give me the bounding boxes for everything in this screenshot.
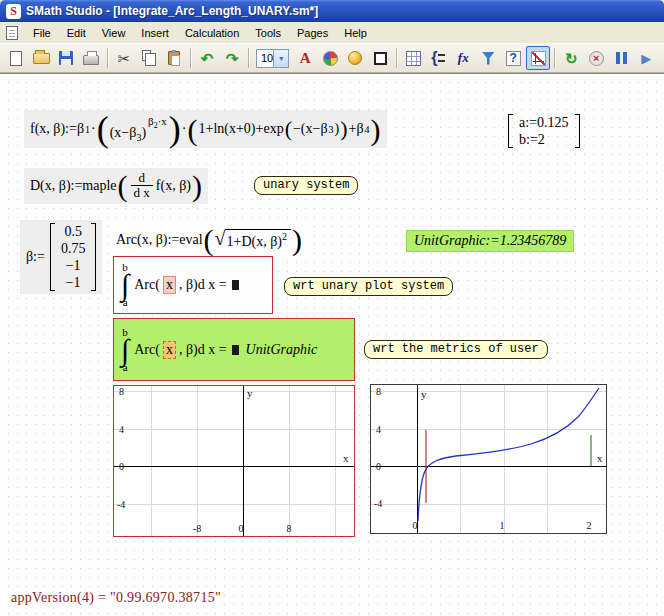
toolbar-separator: [107, 48, 108, 68]
const-a: a:=0.125: [514, 114, 574, 131]
y-tick: 4: [376, 424, 381, 435]
y-tick: 8: [376, 386, 381, 397]
redo-button[interactable]: ↷: [220, 46, 244, 70]
integrand-rest: , β)d x =: [179, 277, 227, 293]
constants-rows: a:=0.125 b:=2: [514, 114, 574, 148]
integrand-fn: Arc(: [134, 277, 160, 293]
f-group2c: ): [335, 121, 340, 137]
open-folder-icon: [33, 53, 50, 64]
appversion-text[interactable]: appVersion(4) = "0.99.6970.38715": [8, 589, 224, 607]
beta-vector-region[interactable]: β:= 0.5 0.75 −1 −1: [20, 220, 102, 294]
lower-limit: a: [123, 297, 128, 308]
paste-button[interactable]: [162, 46, 186, 70]
paren-close: ): [371, 116, 381, 143]
integral-sign-group: b ∫ a: [121, 262, 129, 308]
beta-name: β:=: [26, 249, 45, 265]
step-button[interactable]: [659, 46, 664, 70]
save-icon: [59, 51, 73, 65]
color-palette-button[interactable]: [318, 46, 342, 70]
menu-file[interactable]: File: [25, 24, 59, 42]
menu-insert[interactable]: Insert: [133, 24, 177, 42]
label-unary-system[interactable]: unary system: [254, 176, 358, 195]
constants-region[interactable]: a:=0.125 b:=2: [508, 114, 580, 148]
chevron-down-icon[interactable]: ▾: [273, 50, 288, 67]
save-button[interactable]: [54, 46, 78, 70]
plot-right[interactable]: 8 4 0 -4 0 1 2 y x: [370, 384, 607, 534]
new-file-icon: [10, 51, 22, 66]
tick-labels: 8 4 0 -4 -8 0 8 y x: [117, 386, 349, 534]
x-axis-label: x: [343, 452, 349, 464]
label-wrt-metrics[interactable]: wrt the metrics of user: [364, 340, 548, 359]
x-variable-marked[interactable]: x: [163, 341, 176, 359]
label-wrt-unary[interactable]: wrt unary plot system: [284, 277, 453, 296]
result-placeholder[interactable]: [232, 345, 239, 355]
yellow-ball-icon: [348, 51, 362, 65]
x-variable-marked[interactable]: x: [163, 276, 176, 294]
derivative-den: d x: [131, 185, 153, 200]
menu-calculation[interactable]: Calculation: [177, 24, 247, 42]
menu-tools[interactable]: Tools: [247, 24, 289, 42]
integral-region-unary[interactable]: b ∫ a Arc( x , β)d x =: [113, 256, 273, 314]
base-post: ): [141, 125, 146, 140]
font-letter-icon: A: [300, 50, 311, 67]
grid-lines: [114, 386, 354, 536]
question-button[interactable]: ?: [501, 46, 525, 70]
f-sub1: 1: [85, 124, 90, 135]
menu-view[interactable]: View: [94, 24, 134, 42]
insert-image-button[interactable]: [343, 46, 367, 70]
redo-icon: ↷: [226, 51, 239, 66]
font-button[interactable]: A: [293, 46, 317, 70]
cut-button[interactable]: ✂: [112, 46, 136, 70]
menu-pages[interactable]: Pages: [289, 24, 336, 42]
x-tick: 1: [500, 520, 505, 531]
equation-system-button[interactable]: {: [426, 46, 450, 70]
menu-edit[interactable]: Edit: [59, 24, 94, 42]
x-tick: 2: [587, 520, 592, 531]
plot-button[interactable]: [526, 46, 550, 70]
y-tick: 8: [119, 386, 124, 397]
power-base: (x−β3): [110, 125, 146, 143]
print-button[interactable]: [79, 46, 103, 70]
paren-close: ): [192, 172, 202, 199]
copy-icon: [142, 50, 151, 61]
question-mark-glyph: ?: [510, 51, 517, 65]
toolbar-separator: [190, 48, 191, 68]
worksheet-canvas[interactable]: f(x, β):=β1 · ( (x−β3) β2·x ) · ( 1+ln(x…: [0, 73, 664, 616]
run-button[interactable]: ▶: [634, 46, 658, 70]
result-placeholder[interactable]: [232, 280, 239, 290]
paren-close: ): [292, 226, 302, 253]
integral-region-unitgraphic[interactable]: b ∫ a Arc( x , β)d x = UnitGraphic: [113, 318, 355, 381]
insert-function-button[interactable]: fx: [451, 46, 475, 70]
matrix-button[interactable]: [401, 46, 425, 70]
menu-help[interactable]: Help: [336, 24, 375, 42]
formula-d-region[interactable]: D(x, β):=maple ( d d x f(x, β) ): [24, 168, 208, 204]
interrupt-button[interactable]: ×: [584, 46, 608, 70]
cut-icon: ✂: [118, 51, 131, 66]
paren-close: ): [169, 113, 181, 145]
toolbar-separator: [554, 48, 555, 68]
recalculate-button[interactable]: ↻: [559, 46, 583, 70]
arc-lhs: Arc(x, β):=eval: [116, 232, 203, 248]
x-tick: 0: [239, 523, 244, 534]
unitgraphic-region[interactable]: UnitGraphic:=1.23456789: [406, 230, 574, 252]
new-button[interactable]: [4, 46, 28, 70]
beta-value: −1: [61, 274, 86, 291]
formula-arc-region[interactable]: Arc(x, β):=eval ( √ 1+D(x, β)2 ): [112, 224, 306, 255]
border-button[interactable]: [368, 46, 392, 70]
integral-icon: ∫: [121, 338, 129, 362]
frame-icon: [374, 52, 387, 65]
f-group2b: −(x−β: [293, 121, 328, 137]
d-arg: f(x, β): [156, 178, 191, 194]
question-box-icon: ?: [506, 51, 521, 66]
copy-button[interactable]: [137, 46, 161, 70]
undo-button[interactable]: ↶: [195, 46, 219, 70]
beta-value: −1: [61, 257, 86, 274]
filter-button[interactable]: [476, 46, 500, 70]
plot-left[interactable]: 8 4 0 -4 -8 0 8 y x: [113, 385, 355, 537]
font-size-select[interactable]: 10 ▾: [256, 49, 289, 68]
pause-button[interactable]: [609, 46, 633, 70]
document-icon[interactable]: [6, 26, 18, 40]
open-button[interactable]: [29, 46, 53, 70]
formula-f-region[interactable]: f(x, β):=β1 · ( (x−β3) β2·x ) · ( 1+ln(x…: [24, 110, 387, 148]
brace-glyph: {: [431, 50, 437, 66]
